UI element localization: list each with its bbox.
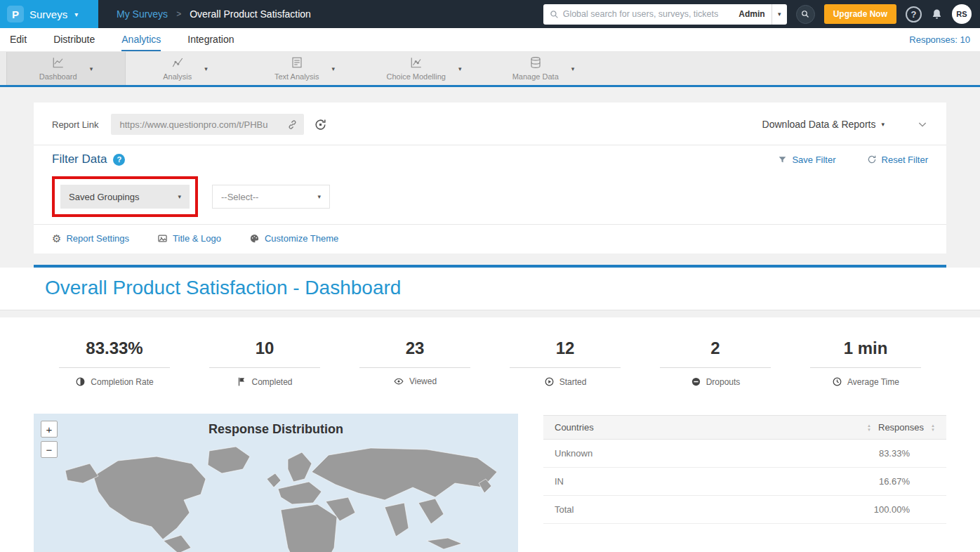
chevron-down-icon[interactable]: ▾ bbox=[204, 65, 208, 72]
zoom-out-button[interactable]: − bbox=[41, 441, 58, 458]
divider bbox=[59, 367, 170, 368]
minus-circle-icon bbox=[691, 376, 701, 387]
stat-value: 10 bbox=[190, 339, 340, 358]
customize-theme-label: Customize Theme bbox=[265, 233, 338, 244]
responses-count: Responses: 10 bbox=[909, 28, 970, 51]
country-cell: IN bbox=[555, 476, 564, 487]
divider bbox=[359, 367, 470, 368]
tab-integration[interactable]: Integration bbox=[187, 28, 234, 51]
help-button[interactable]: ? bbox=[906, 6, 922, 22]
toolbar-label: Text Analysis bbox=[274, 72, 319, 81]
advanced-search-button[interactable] bbox=[796, 5, 815, 24]
notifications-bell-icon[interactable] bbox=[931, 8, 943, 20]
chevron-down-icon[interactable]: ▾ bbox=[458, 65, 462, 72]
report-settings-link[interactable]: ⚙ Report Settings bbox=[52, 233, 129, 244]
toolbar-label: Dashboard bbox=[39, 72, 77, 81]
play-circle-icon bbox=[544, 376, 555, 387]
chevron-down-icon[interactable]: ▾ bbox=[332, 65, 336, 72]
filter-help-icon[interactable]: ? bbox=[113, 154, 125, 166]
database-icon bbox=[529, 56, 543, 72]
report-config-links: ⚙ Report Settings Title & Logo Customize… bbox=[52, 233, 928, 244]
responses-column-header[interactable]: Responses bbox=[878, 422, 924, 433]
dashboard-title-band: Overall Product Satisfaction - Dashboard bbox=[0, 268, 980, 310]
surveys-product-menu[interactable]: P Surveys ▾ bbox=[0, 0, 98, 28]
user-avatar[interactable]: RS bbox=[952, 4, 972, 24]
sort-icon[interactable]: ▲▼ bbox=[867, 423, 871, 432]
grouping-value-select[interactable]: --Select-- ▾ bbox=[212, 185, 330, 209]
toolbar-label: Manage Data bbox=[512, 72, 559, 81]
flag-icon bbox=[237, 376, 246, 387]
report-link-input[interactable] bbox=[119, 119, 282, 130]
product-name: Surveys bbox=[29, 8, 67, 20]
map-title: Response Distribution bbox=[34, 414, 518, 437]
toolbar-text-analysis[interactable]: Text Analysis ▾ bbox=[245, 52, 364, 85]
divider bbox=[510, 367, 621, 368]
countries-table: Countries ▲▼ Responses ▲▼ Unknown 83.33%… bbox=[543, 415, 946, 552]
collapse-panel-chevron-icon[interactable] bbox=[917, 119, 928, 130]
stat-label: Viewed bbox=[409, 376, 437, 386]
tab-edit[interactable]: Edit bbox=[10, 28, 27, 51]
chevron-down-icon: ▾ bbox=[317, 193, 321, 200]
upgrade-now-button[interactable]: Upgrade Now bbox=[824, 4, 896, 24]
save-filter-label: Save Filter bbox=[792, 155, 835, 165]
response-distribution-map: Response Distribution + − bbox=[34, 414, 518, 552]
choice-modelling-icon bbox=[409, 56, 423, 72]
stat-label: Started bbox=[559, 377, 587, 387]
table-row: Total 100.00% bbox=[543, 496, 946, 524]
responses-cell: 100.00% bbox=[874, 504, 935, 515]
contrast-circle-icon bbox=[75, 376, 86, 387]
toolbar-label: Choice Modelling bbox=[387, 72, 446, 81]
toolbar-label: Analysis bbox=[163, 72, 192, 81]
search-scope-dropdown[interactable]: ▾ bbox=[772, 4, 787, 25]
zoom-in-button[interactable]: + bbox=[41, 421, 58, 438]
grouping-value-placeholder: --Select-- bbox=[221, 192, 258, 202]
download-data-reports-menu[interactable]: Download Data & Reports ▾ bbox=[762, 119, 885, 130]
toolbar-choice-modelling[interactable]: Choice Modelling ▾ bbox=[364, 52, 484, 85]
chevron-down-icon: ▾ bbox=[74, 11, 78, 18]
table-row: IN 16.67% bbox=[543, 468, 946, 496]
divider bbox=[810, 367, 921, 368]
toolbar-dashboard[interactable]: Dashboard ▾ bbox=[6, 52, 126, 85]
stat-completed: 10 Completed bbox=[190, 339, 340, 390]
countries-table-header: Countries ▲▼ Responses ▲▼ bbox=[543, 415, 946, 440]
regenerate-link-icon[interactable] bbox=[314, 118, 327, 131]
stat-label: Dropouts bbox=[706, 377, 741, 387]
save-filter-button[interactable]: Save Filter bbox=[778, 155, 835, 165]
title-logo-link[interactable]: Title & Logo bbox=[157, 233, 221, 244]
countries-column-header[interactable]: Countries bbox=[555, 422, 594, 433]
chevron-down-icon[interactable]: ▾ bbox=[90, 65, 93, 72]
world-map[interactable] bbox=[34, 442, 518, 552]
stat-value: 83.33% bbox=[39, 339, 190, 358]
stat-average-time: 1 min Average Time bbox=[790, 339, 941, 390]
breadcrumb-my-surveys[interactable]: My Surveys bbox=[117, 8, 168, 20]
search-icon bbox=[550, 10, 559, 19]
table-row: Unknown 83.33% bbox=[543, 440, 946, 468]
search-scope-label[interactable]: Admin bbox=[732, 9, 771, 19]
toolbar-analysis[interactable]: Analysis ▾ bbox=[126, 52, 245, 85]
analytics-toolbar: Dashboard ▾ Analysis ▾ Text Analysis ▾ C… bbox=[0, 52, 980, 87]
stat-dropouts: 2 Dropouts bbox=[640, 339, 790, 390]
global-search-input[interactable] bbox=[563, 9, 733, 19]
page-title: Overall Product Satisfaction - Dashboard bbox=[45, 277, 980, 299]
chevron-down-icon[interactable]: ▾ bbox=[571, 65, 575, 72]
questionpro-logo: P bbox=[7, 6, 24, 22]
palette-icon bbox=[249, 233, 260, 244]
map-and-table-section: Response Distribution + − bbox=[34, 414, 946, 552]
global-search-box[interactable]: Admin ▾ bbox=[543, 4, 787, 25]
stat-label: Completion Rate bbox=[91, 377, 153, 387]
report-link-field[interactable] bbox=[111, 114, 304, 135]
reset-filter-button[interactable]: Reset Filter bbox=[867, 155, 928, 165]
title-logo-label: Title & Logo bbox=[173, 233, 221, 244]
chevron-down-icon: ▾ bbox=[178, 193, 181, 200]
sort-icon[interactable]: ▲▼ bbox=[931, 423, 935, 432]
report-link-row: Report Link Download Data & Reports ▾ bbox=[52, 111, 928, 138]
toolbar-manage-data[interactable]: Manage Data ▾ bbox=[484, 52, 603, 85]
breadcrumb: My Surveys > Overall Product Satisfactio… bbox=[117, 8, 311, 20]
customize-theme-link[interactable]: Customize Theme bbox=[249, 233, 338, 244]
saved-groupings-select[interactable]: Saved Groupings ▾ bbox=[60, 185, 190, 209]
tab-analytics[interactable]: Analytics bbox=[121, 28, 161, 51]
eye-icon bbox=[393, 376, 404, 386]
tab-distribute[interactable]: Distribute bbox=[53, 28, 95, 51]
filter-data-title: Filter Data bbox=[52, 152, 107, 166]
link-icon[interactable] bbox=[287, 119, 298, 130]
